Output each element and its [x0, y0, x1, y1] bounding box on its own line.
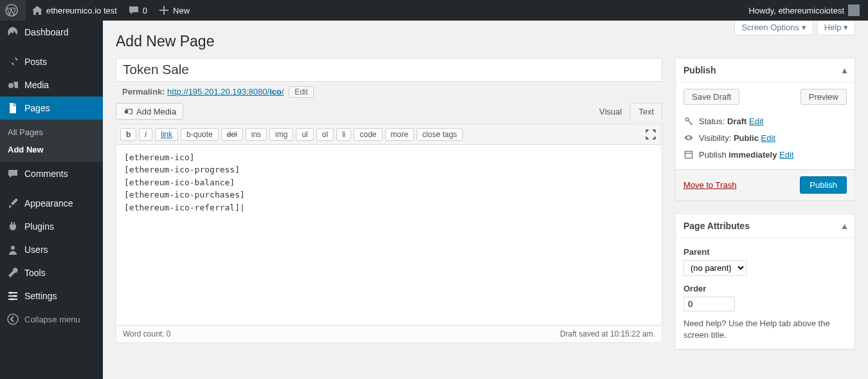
sidebar-item-posts[interactable]: Posts	[0, 50, 103, 73]
sidebar-item-pages[interactable]: Pages	[0, 97, 103, 120]
calendar-icon	[683, 149, 694, 160]
attrs-box-title: Page Attributes	[683, 221, 750, 231]
sidebar-label: Users	[24, 245, 48, 255]
key-icon	[683, 116, 694, 126]
editor: b i link b-quote del ins img ul ol li co…	[116, 124, 662, 326]
qt-ol[interactable]: ol	[316, 128, 334, 141]
sidebar-label: Comments	[24, 169, 68, 179]
wrench-icon	[6, 266, 19, 279]
preview-button[interactable]: Preview	[800, 89, 847, 105]
qt-close[interactable]: close tags	[417, 128, 463, 141]
qt-more[interactable]: more	[385, 128, 414, 141]
sidebar-label: Plugins	[24, 221, 54, 232]
page-icon	[6, 102, 19, 115]
publish-box-header[interactable]: Publish▴	[676, 59, 854, 82]
sidebar-label: Tools	[24, 268, 46, 278]
qt-li[interactable]: li	[336, 128, 351, 141]
tab-text[interactable]: Text	[630, 103, 662, 120]
comments-link[interactable]: 0	[122, 0, 152, 21]
move-to-trash-link[interactable]: Move to Trash	[683, 180, 736, 190]
new-content-link[interactable]: New	[152, 0, 195, 21]
order-label: Order	[683, 284, 847, 293]
qt-img[interactable]: img	[269, 128, 293, 141]
wp-logo[interactable]	[0, 0, 26, 21]
qt-bquote[interactable]: b-quote	[181, 128, 219, 141]
sidebar-label: Dashboard	[24, 27, 69, 37]
collapse-label: Collapse menu	[24, 315, 80, 324]
user-icon	[6, 243, 19, 256]
page-attributes-box: Page Attributes▴ Parent (no parent) Orde…	[675, 214, 855, 349]
sliders-icon	[6, 290, 19, 302]
add-media-button[interactable]: Add Media	[116, 103, 183, 120]
edit-schedule-link[interactable]: Edit	[779, 150, 793, 160]
visibility-row: Visibility: Public Edit	[683, 129, 847, 146]
my-account[interactable]: Howdy, ethereumicoiotest	[743, 0, 865, 21]
qt-ins[interactable]: ins	[246, 128, 267, 141]
qt-bold[interactable]: b	[120, 128, 136, 141]
sidebar-label: Appearance	[24, 198, 73, 208]
edit-slug-button[interactable]: Edit	[289, 86, 314, 98]
status-row: Status: Draft Edit	[683, 113, 847, 129]
editor-status-bar: Word count: 0 Draft saved at 10:15:22 am…	[116, 325, 662, 343]
help-button[interactable]: Help	[817, 21, 855, 35]
sidebar-item-users[interactable]: Users	[0, 238, 103, 261]
sidebar-label: Settings	[24, 291, 57, 301]
permalink-row: Permalink: http://195.201.20.193:8080/ic…	[116, 87, 662, 97]
comment-icon	[6, 167, 19, 180]
order-input[interactable]	[683, 297, 735, 311]
sidebar-item-media[interactable]: Media	[0, 73, 103, 97]
site-name-link[interactable]: ethereumico.io test	[26, 0, 122, 21]
qt-italic[interactable]: i	[139, 128, 152, 141]
edit-status-link[interactable]: Edit	[749, 116, 763, 126]
sidebar-item-settings[interactable]: Settings	[0, 284, 103, 308]
screen-meta: Screen Options Help	[734, 21, 855, 35]
quicktags-toolbar: b i link b-quote del ins img ul ol li co…	[116, 125, 662, 145]
parent-select[interactable]: (no parent)	[683, 260, 746, 276]
qt-link[interactable]: link	[155, 128, 178, 141]
svg-point-2	[11, 246, 15, 250]
sidebar-item-appearance[interactable]: Appearance	[0, 192, 103, 215]
fullscreen-icon[interactable]	[644, 127, 658, 142]
permalink-link[interactable]: http://195.201.20.193:8080/ico/	[167, 87, 284, 97]
edit-visibility-link[interactable]: Edit	[761, 133, 775, 143]
plus-icon	[158, 4, 170, 17]
qt-ul[interactable]: ul	[296, 128, 313, 141]
sidebar-sub-all-pages[interactable]: All Pages	[0, 124, 103, 141]
sidebar-label: Pages	[24, 103, 50, 113]
svg-point-3	[10, 291, 12, 294]
avatar	[848, 5, 860, 16]
sidebar-item-tools[interactable]: Tools	[0, 261, 103, 284]
qt-code[interactable]: code	[354, 128, 382, 141]
schedule-row: Publish immediately Edit	[683, 146, 847, 163]
svg-point-6	[8, 314, 18, 324]
plug-icon	[6, 220, 19, 233]
sidebar-label: Media	[24, 80, 49, 90]
sidebar-sub-add-new[interactable]: Add New	[0, 141, 103, 158]
publish-box-title: Publish	[683, 65, 716, 75]
save-draft-button[interactable]: Save Draft	[683, 89, 739, 105]
svg-rect-9	[685, 151, 692, 158]
sidebar-submenu-pages: All Pages Add New	[0, 120, 103, 162]
screen-options-button[interactable]: Screen Options	[734, 21, 813, 35]
permalink-label: Permalink:	[122, 87, 165, 97]
page-title-input[interactable]	[116, 58, 662, 82]
svg-point-4	[14, 295, 16, 297]
attrs-box-header[interactable]: Page Attributes▴	[676, 214, 854, 238]
comments-count: 0	[143, 6, 147, 15]
content-textarea[interactable]: [ethereum-ico] [ethereum-ico-progress] […	[116, 145, 662, 325]
parent-label: Parent	[683, 247, 847, 257]
collapse-menu[interactable]: Collapse menu	[0, 308, 103, 331]
tab-visual[interactable]: Visual	[591, 103, 630, 120]
dashboard-icon	[6, 26, 19, 39]
sidebar-item-dashboard[interactable]: Dashboard	[0, 21, 103, 44]
brush-icon	[6, 197, 19, 210]
publish-button[interactable]: Publish	[800, 176, 847, 194]
qt-del[interactable]: del	[221, 128, 243, 141]
eye-icon	[683, 133, 694, 143]
add-media-label: Add Media	[136, 107, 176, 116]
sidebar-item-plugins[interactable]: Plugins	[0, 215, 103, 238]
new-label: New	[173, 6, 190, 15]
sidebar-item-comments[interactable]: Comments	[0, 162, 103, 185]
publish-box: Publish▴ Save Draft Preview Status: Draf…	[675, 58, 855, 201]
sidebar-label: Posts	[24, 57, 47, 67]
